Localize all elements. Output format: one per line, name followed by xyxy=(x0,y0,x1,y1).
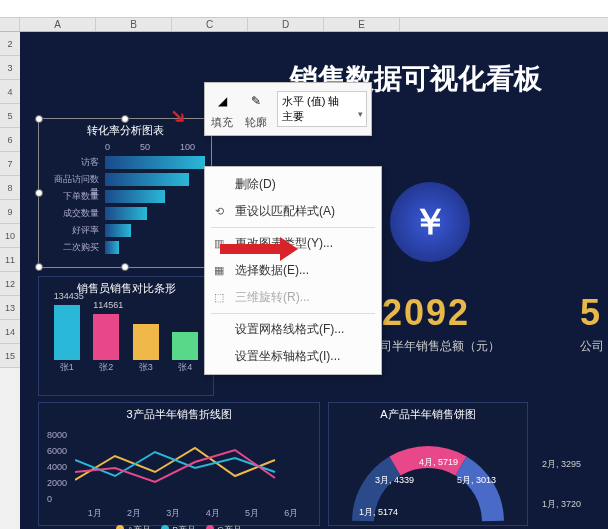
total-sales-label: 司半年销售总额（元） xyxy=(380,338,500,355)
secondary-label: 公司 xyxy=(580,338,604,355)
sales-bar-panel[interactable]: 销售员销售对比条形 134435张1114561张2张3张4 xyxy=(38,276,214,396)
funnel-chart-panel[interactable]: 转化率分析图表 050100访客商品访问数量下单数量成交数量好评率二次购买 xyxy=(38,118,212,268)
context-menu: 删除(D) ⟲重设以匹配样式(A) ▥更改图表类型(Y)... ▦选择数据(E)… xyxy=(204,166,382,375)
outline-label: 轮廓 xyxy=(243,115,269,130)
fill-icon[interactable]: ◢ xyxy=(209,89,235,115)
row-10[interactable]: 10 xyxy=(0,224,20,248)
formula-bar xyxy=(0,0,608,18)
row-6[interactable]: 6 xyxy=(0,128,20,152)
column-headers: A B C D E xyxy=(0,18,608,32)
col-D[interactable]: D xyxy=(248,18,324,31)
mini-toolbar[interactable]: ◢ 填充 ✎ 轮廓 水平 (值) 轴 主要 xyxy=(204,82,372,136)
menu-3d-rotate: ⬚三维旋转(R)... xyxy=(205,284,381,311)
select-data-icon: ▦ xyxy=(211,264,227,277)
row-11[interactable]: 11 xyxy=(0,248,20,272)
menu-axis-format[interactable]: 设置坐标轴格式(I)... xyxy=(205,343,381,370)
row-14[interactable]: 14 xyxy=(0,320,20,344)
col-A[interactable]: A xyxy=(20,18,96,31)
line-chart-title: 3产品半年销售折线图 xyxy=(39,403,319,426)
gauge-panel[interactable]: A产品半年销售饼图 3月, 4339 4月, 5719 5月, 3013 1月,… xyxy=(328,402,528,526)
row-13[interactable]: 13 xyxy=(0,296,20,320)
menu-separator xyxy=(211,313,375,314)
line-chart-panel[interactable]: 3产品半年销售折线图 8000 6000 4000 2000 0 1月2月3月4… xyxy=(38,402,320,526)
row-15[interactable]: 15 xyxy=(0,344,20,368)
row-9[interactable]: 9 xyxy=(0,200,20,224)
row-4[interactable]: 4 xyxy=(0,80,20,104)
pie-side-panel: 2月, 3295 1月, 3720 xyxy=(536,402,606,526)
row-3[interactable]: 3 xyxy=(0,56,20,80)
row-headers: 23456789101112131415 xyxy=(0,32,20,368)
menu-select-data[interactable]: ▦选择数据(E)... xyxy=(205,257,381,284)
menu-separator xyxy=(211,227,375,228)
row-8[interactable]: 8 xyxy=(0,176,20,200)
reset-icon: ⟲ xyxy=(211,205,227,218)
col-B[interactable]: B xyxy=(96,18,172,31)
row-12[interactable]: 12 xyxy=(0,272,20,296)
fill-label: 填充 xyxy=(209,115,235,130)
rotate-icon: ⬚ xyxy=(211,291,227,304)
col-C[interactable]: C xyxy=(172,18,248,31)
menu-delete[interactable]: 删除(D) xyxy=(205,171,381,198)
menu-reset-style[interactable]: ⟲重设以匹配样式(A) xyxy=(205,198,381,225)
secondary-metric: 5 xyxy=(580,292,600,334)
outline-icon[interactable]: ✎ xyxy=(243,89,269,115)
row-7[interactable]: 7 xyxy=(0,152,20,176)
col-E[interactable]: E xyxy=(324,18,400,31)
gauge-title: A产品半年销售饼图 xyxy=(329,403,527,426)
currency-badge: ￥ xyxy=(390,182,470,262)
menu-gridline-format[interactable]: 设置网格线格式(F)... xyxy=(205,316,381,343)
axis-selector-combo[interactable]: 水平 (值) 轴 主要 xyxy=(277,91,367,127)
row-5[interactable]: 5 xyxy=(0,104,20,128)
row-2[interactable]: 2 xyxy=(0,32,20,56)
line-chart-svg xyxy=(75,436,315,506)
